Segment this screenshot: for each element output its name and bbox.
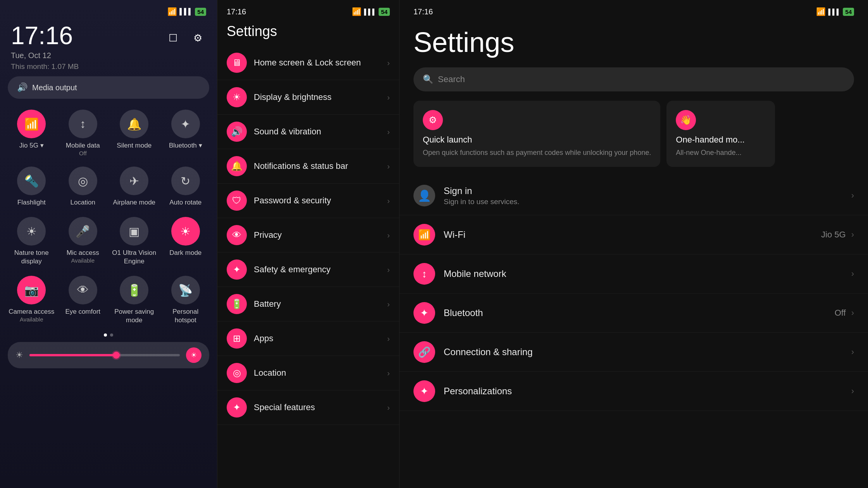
settings-item-location[interactable]: ◎Location› [217,356,399,390]
settings-item-sound[interactable]: 🔊Sound & vibration› [217,115,399,149]
settings-item-password[interactable]: 🛡Password & security› [217,184,399,218]
avatar: 👤 [413,185,435,206]
quick-tiles-grid: 📶Jio 5G ▾↕Mobile dataOff🔔Silent mode✦Blu… [0,106,217,329]
brightness-bar[interactable]: ☀ ☀ [8,342,209,368]
time-label-2: 17:16 [227,7,246,16]
status-bar-3: 17:16 📶 ▌▌▌ 54 [400,0,868,20]
tile-label-powersaving: Power saving mode [111,308,157,325]
settings-item-notifications[interactable]: 🔔Notifications & status bar› [217,149,399,184]
tile-sublabel-mobiledata: Off [79,150,87,156]
settings-label-specialfeatures: Special features [254,402,387,412]
detail-item-wifi[interactable]: 📶Wi-FiJio 5G› [400,215,868,254]
tile-icon-silentmode: 🔔 [120,110,148,138]
detail-items-list: 👤Sign inSign in to use services.›📶Wi-FiJ… [400,176,868,488]
settings-item-privacy[interactable]: 👁Privacy› [217,218,399,253]
settings-chevron-password: › [387,196,390,205]
settings-item-display[interactable]: ☀Display & brightness› [217,80,399,115]
signal-icon-1: ▌▌▌ [179,8,193,15]
tile-label-flashlight: Flashlight [17,198,46,207]
status-icons-1: 📶 ▌▌▌ 54 [167,7,206,16]
detail-chevron-connection: › [851,347,854,357]
page-dots [0,333,217,337]
tile-label-jio5g: Jio 5G ▾ [19,141,44,150]
header-actions: ☐ ⚙ [164,23,206,46]
tile-o1ultra[interactable]: ▣O1 Ultra Vision Engine [110,213,159,270]
settings-detail-panel: 17:16 📶 ▌▌▌ 54 Settings 🔍 Search ⚙Quick … [399,0,868,488]
tile-icon-darkmode: ☀ [171,217,200,246]
tile-silentmode[interactable]: 🔔Silent mode [110,106,159,160]
tile-mobiledata[interactable]: ↕Mobile dataOff [59,106,108,160]
tile-flashlight[interactable]: 🔦Flashlight [7,163,56,211]
settings-item-battery[interactable]: 🔋Battery› [217,287,399,321]
dot-2 [110,333,113,337]
brightness-auto-button[interactable]: ☀ [186,347,202,363]
brightness-track[interactable] [29,354,180,356]
tile-icon-o1ultra: ▣ [120,217,148,246]
data-usage-label: This month: 1.07 MB [0,62,217,76]
tile-autorotate[interactable]: ↻Auto rotate [161,163,210,211]
tile-cameraaccess[interactable]: 📷Camera accessAvailable [7,272,56,328]
sign-in-item[interactable]: 👤Sign inSign in to use services.› [400,176,868,215]
feature-cards-row: ⚙Quick launchOpen quick functions such a… [400,101,868,176]
signal-icon-3: ▌▌▌ [828,9,840,15]
tile-jio5g[interactable]: 📶Jio 5G ▾ [7,106,56,160]
settings-chevron-location: › [387,369,390,378]
settings-chevron-sound: › [387,127,390,136]
tile-darkmode[interactable]: ☀Dark mode [161,213,210,270]
feature-card-title-onehanded: One-handed mo... [676,135,766,145]
feature-card-desc-onehanded: All-new One-hande... [676,148,766,158]
tile-icon-micaccess: 🎤 [69,217,97,246]
feature-card-onehanded[interactable]: 👋One-handed mo...All-new One-hande... [666,101,775,167]
tile-airplane[interactable]: ✈Airplane mode [110,163,159,211]
edit-icon[interactable]: ☐ [164,29,181,46]
tile-icon-naturetone: ☀ [17,217,46,246]
battery-badge-2: 54 [379,8,390,16]
media-output-button[interactable]: 🔊 Media output [8,76,209,99]
detail-chevron-mobilenetwork: › [851,269,854,279]
battery-badge-1: 54 [195,8,206,16]
tile-hotspot[interactable]: 📡Personal hotspot [161,272,210,328]
settings-item-homescreen[interactable]: 🖥Home screen & Lock screen› [217,46,399,80]
tile-icon-autorotate: ↻ [171,167,200,195]
settings-icon-display: ☀ [227,87,247,107]
settings-icon-homescreen: 🖥 [227,53,247,73]
settings-item-apps[interactable]: ⊞Apps› [217,321,399,356]
tile-label-autorotate: Auto rotate [169,198,202,207]
detail-label-mobilenetwork: Mobile network [444,268,851,279]
detail-item-connection[interactable]: 🔗Connection & sharing› [400,333,868,372]
tile-naturetone[interactable]: ☀Nature tone display [7,213,56,270]
tile-bluetooth[interactable]: ✦Bluetooth ▾ [161,106,210,160]
settings-icon-battery: 🔋 [227,294,247,314]
feature-card-quicklaunch[interactable]: ⚙Quick launchOpen quick functions such a… [413,101,660,167]
settings-item-specialfeatures[interactable]: ✦Special features› [217,390,399,425]
detail-label-bluetooth: Bluetooth [444,308,835,318]
sign-in-title: Sign in [444,186,851,196]
tile-icon-flashlight: 🔦 [17,167,46,195]
tile-label-bluetooth: Bluetooth ▾ [169,141,202,150]
tile-powersaving[interactable]: 🔋Power saving mode [110,272,159,328]
detail-item-mobilenetwork[interactable]: ↕Mobile network› [400,254,868,294]
dot-1 [104,333,107,337]
detail-item-bluetooth[interactable]: ✦BluetoothOff› [400,294,868,333]
tile-label-location: Location [71,198,95,207]
search-bar[interactable]: 🔍 Search [413,67,854,91]
settings-chevron-homescreen: › [387,58,390,67]
tile-micaccess[interactable]: 🎤Mic accessAvailable [59,213,108,270]
settings-icon[interactable]: ⚙ [189,29,206,46]
search-input-placeholder[interactable]: Search [438,74,465,84]
settings-chevron-display: › [387,93,390,102]
tile-eyecomfort[interactable]: 👁Eye comfort [59,272,108,328]
settings-icon-notifications: 🔔 [227,156,247,176]
detail-item-personalizations[interactable]: ✦Personalizations› [400,372,868,411]
detail-label-wifi: Wi-Fi [444,229,821,240]
settings-chevron-specialfeatures: › [387,403,390,412]
feature-card-icon-quicklaunch: ⚙ [423,110,443,130]
settings-icon-privacy: 👁 [227,225,247,245]
settings-item-safety[interactable]: ✦Safety & emergency› [217,253,399,287]
tile-location[interactable]: ◎Location [59,163,108,211]
detail-chevron-personalizations: › [851,386,854,396]
settings-items-list: 🖥Home screen & Lock screen›☀Display & br… [217,46,399,488]
detail-chevron-bluetooth: › [851,308,854,318]
tile-label-o1ultra: O1 Ultra Vision Engine [111,249,157,266]
tile-icon-eyecomfort: 👁 [69,276,97,304]
